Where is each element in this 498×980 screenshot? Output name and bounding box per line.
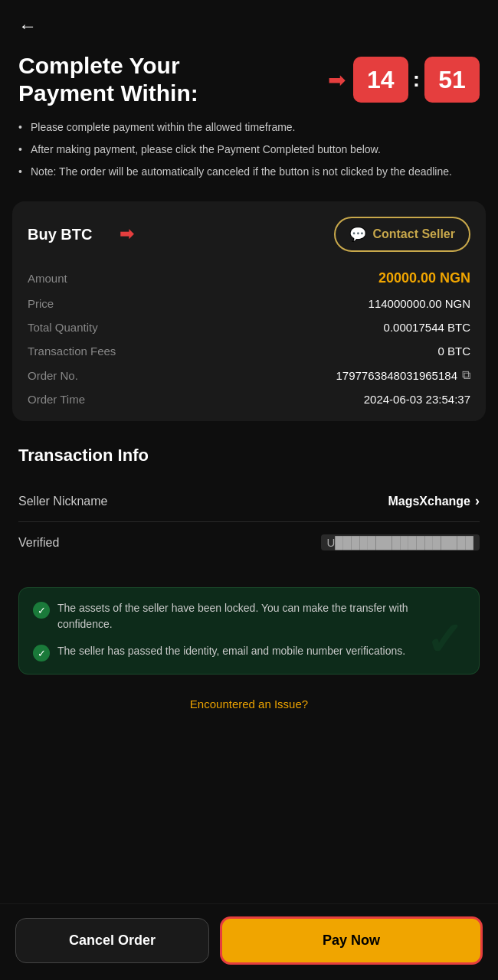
detail-row-fees: Transaction Fees 0 BTC [28, 345, 470, 358]
timer-seconds: 51 [424, 57, 480, 103]
chevron-right-icon: › [475, 493, 480, 509]
copy-icon[interactable]: ⧉ [462, 368, 470, 382]
seller-nickname-value: MagsXchange › [388, 493, 480, 509]
order-details: Amount 20000.00 NGN Price 114000000.00 N… [28, 270, 470, 406]
quantity-value: 0.00017544 BTC [384, 321, 470, 334]
detail-row-amount: Amount 20000.00 NGN [28, 270, 470, 286]
fees-label: Transaction Fees [28, 345, 116, 358]
orderno-label: Order No. [28, 369, 78, 382]
transaction-info-title: Transaction Info [18, 446, 480, 466]
seller-nickname-label: Seller Nickname [18, 495, 107, 508]
price-value: 114000000.00 NGN [369, 297, 470, 310]
detail-row-orderno: Order No. 1797763848031965184 ⧉ [28, 368, 470, 382]
contact-seller-label: Contact Seller [372, 227, 455, 241]
watermark-icon: ✓ [425, 612, 464, 666]
instruction-item: After making payment, please click the P… [18, 142, 480, 158]
arrow-indicator-icon: ➡ [328, 67, 346, 93]
pay-now-button[interactable]: Pay Now [220, 916, 483, 965]
verified-row: Verified U█████████████████ [18, 522, 480, 563]
detail-row-ordertime: Order Time 2024-06-03 23:54:37 [28, 393, 470, 406]
verification-box: ✓ The assets of the seller have been loc… [18, 587, 480, 675]
ordertime-value: 2024-06-03 23:54:37 [364, 393, 470, 406]
page-title: Complete Your Payment Within: [18, 52, 233, 107]
timer-minutes: 14 [353, 57, 408, 103]
detail-row-price: Price 114000000.00 NGN [28, 297, 470, 310]
issue-link-container: Encountered an Issue? [0, 693, 498, 773]
chat-icon: 💬 [349, 226, 366, 243]
bottom-actions: Cancel Order Pay Now [0, 903, 498, 980]
check-icon-2: ✓ [33, 645, 50, 662]
quantity-label: Total Quantity [28, 321, 98, 334]
verified-label: Verified [18, 536, 59, 550]
detail-row-quantity: Total Quantity 0.00017544 BTC [28, 321, 470, 334]
ordertime-label: Order Time [28, 393, 85, 406]
back-button[interactable]: ← [0, 0, 55, 37]
verification-text-1: The assets of the seller have been locke… [57, 600, 465, 632]
instruction-item: Note: The order will be automatically ca… [18, 164, 480, 180]
verification-item-1: ✓ The assets of the seller have been loc… [33, 600, 465, 632]
instruction-item: Please complete payment within the allow… [18, 119, 480, 136]
issue-link[interactable]: Encountered an Issue? [190, 697, 308, 710]
transaction-info-section: Transaction Info Seller Nickname MagsXch… [0, 439, 498, 578]
cancel-order-button[interactable]: Cancel Order [15, 918, 209, 963]
verification-item-2: ✓ The seller has passed the identity, em… [33, 643, 465, 662]
check-icon-1: ✓ [33, 602, 50, 619]
price-label: Price [28, 297, 54, 310]
header-section: Complete Your Payment Within: ➡ 14 : 51 [0, 37, 498, 119]
fees-value: 0 BTC [437, 345, 470, 358]
arrow-right-icon: ➡ [120, 224, 133, 244]
order-card-header: Buy BTC ➡ 💬 Contact Seller [28, 217, 470, 252]
verification-text-2: The seller has passed the identity, emai… [57, 643, 465, 659]
timer-container: ➡ 14 : 51 [328, 57, 480, 103]
back-arrow-icon: ← [18, 15, 37, 36]
order-card: Buy BTC ➡ 💬 Contact Seller Amount 20000.… [12, 201, 486, 421]
verified-value: U█████████████████ [321, 534, 480, 550]
contact-seller-button[interactable]: 💬 Contact Seller [334, 217, 470, 252]
buy-btc-label: Buy BTC [28, 226, 92, 243]
amount-value: 20000.00 NGN [378, 270, 470, 286]
seller-nickname-row[interactable]: Seller Nickname MagsXchange › [18, 481, 480, 522]
amount-label: Amount [28, 272, 67, 285]
instructions-list: Please complete payment within the allow… [0, 119, 498, 201]
orderno-value[interactable]: 1797763848031965184 ⧉ [336, 368, 470, 382]
timer-colon: : [413, 67, 420, 92]
